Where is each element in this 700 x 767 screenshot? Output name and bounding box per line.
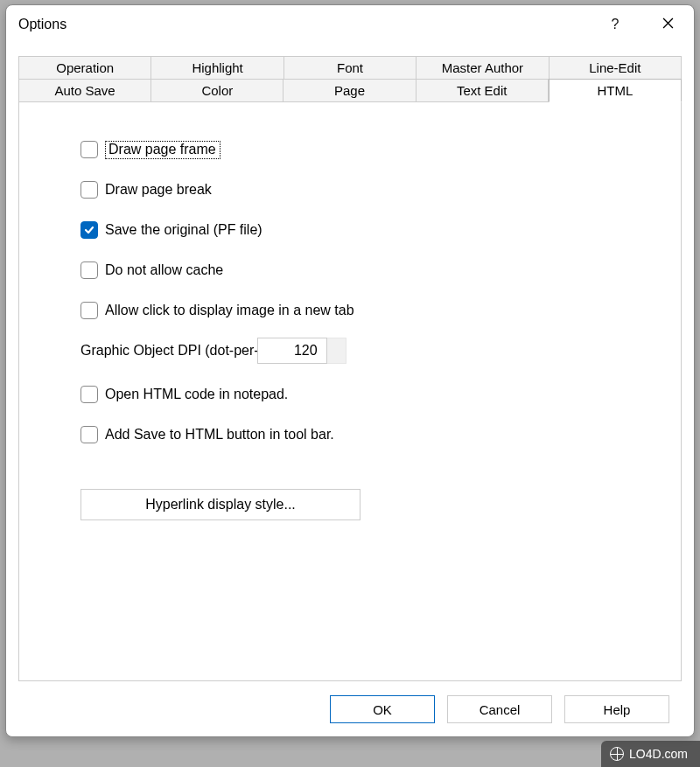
globe-icon bbox=[610, 747, 624, 761]
row-no-cache: Do not allow cache bbox=[80, 258, 681, 282]
label-save-original[interactable]: Save the original (PF file) bbox=[105, 222, 262, 238]
row-dpi: Graphic Object DPI (dot-per- bbox=[80, 338, 681, 363]
checkbox-draw-page-break[interactable] bbox=[80, 181, 98, 199]
tab-panel-html: Draw page frame Draw page break Save the… bbox=[18, 101, 682, 681]
dialog-footer: OK Cancel Help bbox=[18, 682, 682, 736]
titlebar: Options ? bbox=[6, 5, 694, 44]
help-icon[interactable]: ? bbox=[601, 17, 629, 32]
input-dpi[interactable] bbox=[257, 338, 327, 364]
checkbox-draw-page-frame[interactable] bbox=[80, 141, 98, 158]
tab-strip: Operation Highlight Font Master Author L… bbox=[18, 56, 682, 102]
row-draw-page-frame: Draw page frame bbox=[80, 137, 681, 162]
tab-html[interactable]: HTML bbox=[549, 79, 682, 102]
client-area: Operation Highlight Font Master Author L… bbox=[6, 44, 694, 736]
tab-operation[interactable]: Operation bbox=[18, 56, 151, 79]
row-save-original: Save the original (PF file) bbox=[80, 218, 681, 242]
ok-button[interactable]: OK bbox=[330, 695, 435, 723]
dpi-spin-icon[interactable] bbox=[327, 338, 346, 364]
checkbox-click-image-tab[interactable] bbox=[80, 302, 98, 319]
cancel-button[interactable]: Cancel bbox=[447, 695, 552, 723]
label-dpi: Graphic Object DPI (dot-per- bbox=[80, 343, 259, 359]
hyperlink-style-button[interactable]: Hyperlink display style... bbox=[80, 489, 360, 520]
checkbox-open-notepad[interactable] bbox=[80, 386, 98, 403]
row-click-image-tab: Allow click to display image in a new ta… bbox=[80, 298, 681, 323]
label-open-notepad[interactable]: Open HTML code in notepad. bbox=[105, 387, 288, 402]
options-dialog: Options ? Operation Highlight Font Maste… bbox=[5, 4, 695, 737]
watermark: LO4D.com bbox=[601, 741, 700, 767]
tab-line-edit[interactable]: Line-Edit bbox=[550, 56, 682, 79]
row-open-notepad: Open HTML code in notepad. bbox=[80, 382, 681, 407]
label-no-cache[interactable]: Do not allow cache bbox=[105, 262, 223, 278]
tab-color[interactable]: Color bbox=[151, 79, 284, 102]
label-draw-page-frame[interactable]: Draw page frame bbox=[105, 141, 220, 159]
checkbox-add-save-btn[interactable] bbox=[80, 426, 98, 443]
tab-highlight[interactable]: Highlight bbox=[151, 56, 284, 79]
tab-text-edit[interactable]: Text Edit bbox=[416, 79, 549, 102]
help-button[interactable]: Help bbox=[564, 695, 669, 723]
label-draw-page-break[interactable]: Draw page break bbox=[105, 182, 212, 198]
row-draw-page-break: Draw page break bbox=[80, 178, 681, 202]
tab-font[interactable]: Font bbox=[284, 56, 416, 79]
close-icon[interactable] bbox=[654, 17, 682, 32]
tab-auto-save[interactable]: Auto Save bbox=[18, 79, 151, 102]
window-title: Options bbox=[18, 17, 601, 32]
label-click-image-tab[interactable]: Allow click to display image in a new ta… bbox=[105, 303, 354, 318]
watermark-text: LO4D.com bbox=[629, 747, 688, 761]
row-add-save-btn: Add Save to HTML button in tool bar. bbox=[80, 422, 681, 447]
checkbox-no-cache[interactable] bbox=[80, 261, 98, 279]
window-controls: ? bbox=[601, 17, 682, 32]
tab-page[interactable]: Page bbox=[284, 79, 416, 102]
checkbox-save-original[interactable] bbox=[80, 221, 98, 239]
tab-master-author[interactable]: Master Author bbox=[416, 56, 549, 79]
label-add-save-btn[interactable]: Add Save to HTML button in tool bar. bbox=[105, 427, 334, 443]
